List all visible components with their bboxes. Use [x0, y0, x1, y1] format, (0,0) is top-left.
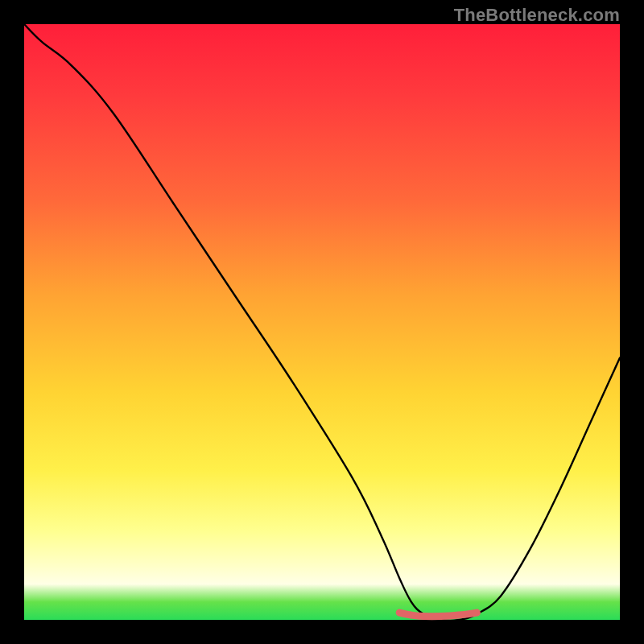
- watermark-text: TheBottleneck.com: [454, 5, 620, 26]
- optimal-range-marker: [399, 613, 477, 617]
- plot-area: [24, 24, 620, 620]
- chart-frame: TheBottleneck.com: [0, 0, 644, 644]
- bottleneck-curve: [24, 24, 620, 621]
- curve-layer: [24, 24, 620, 620]
